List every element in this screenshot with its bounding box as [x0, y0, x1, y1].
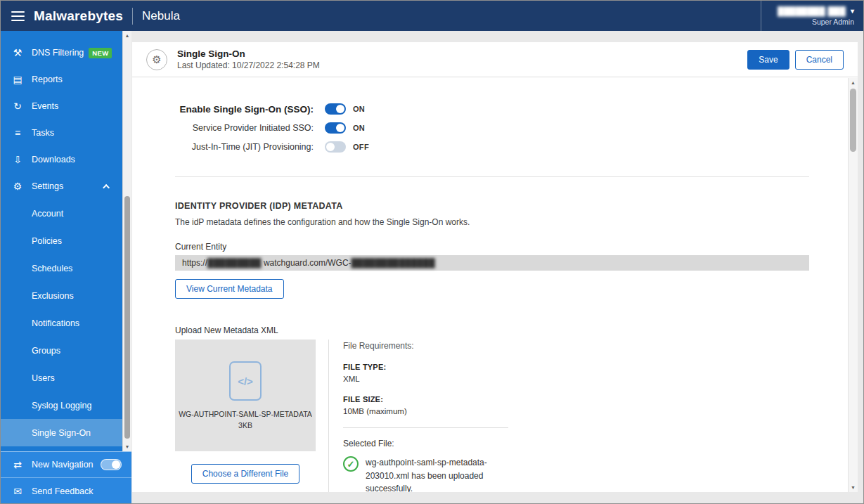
chevron-down-icon: ▾	[851, 7, 854, 15]
account-name: ████████ ███	[778, 6, 846, 16]
new-badge: NEW	[89, 48, 112, 58]
jit-provisioning-row: Just-In-Time (JIT) Provisioning: OFF	[175, 141, 809, 153]
scroll-down-icon[interactable]: ▼	[123, 442, 131, 451]
sp-initiated-sso-toggle[interactable]	[325, 122, 346, 134]
jit-provisioning-state: OFF	[353, 143, 369, 151]
sidebar-subitem-notifications[interactable]: Notifications	[1, 309, 122, 337]
gear-icon: ⚙	[146, 49, 167, 70]
file-type-value: XML	[343, 375, 508, 383]
tasks-icon: ≡	[11, 127, 24, 138]
account-role: Super Admin	[812, 18, 854, 26]
new-navigation-label: New Navigation	[32, 460, 94, 470]
sidebar-subitem-users[interactable]: Users	[1, 364, 122, 392]
dns-filtering-icon: ⚒	[11, 47, 24, 58]
success-check-icon: ✓	[343, 456, 359, 472]
main-area: ⚙ Single Sign-On Last Updated: 10/27/202…	[132, 31, 863, 503]
sidebar-item-label: DNS Filtering	[32, 48, 84, 58]
send-feedback-icon: ✉	[11, 486, 24, 497]
sidebar-subitem-account[interactable]: Account	[1, 200, 122, 227]
sidebar-subitem-groups[interactable]: Groups	[1, 337, 122, 364]
current-entity-label: Current Entity	[175, 242, 809, 252]
entity-url-redacted: █████████	[207, 258, 262, 268]
sidebar-item-label: Reports	[32, 75, 63, 84]
send-feedback-item[interactable]: ✉ Send Feedback	[1, 478, 131, 504]
content-scrollbar[interactable]: ▲ ▼	[848, 78, 858, 492]
sidebar-subitem-label: Single Sign-On	[32, 428, 91, 438]
entity-url-redacted: ██████████████	[352, 258, 435, 268]
sidebar-item-dns-filtering[interactable]: ⚒ DNS Filtering NEW	[1, 39, 122, 66]
sidebar-subitem-label: Policies	[32, 236, 62, 246]
sidebar-subitem-label: Schedules	[32, 264, 72, 273]
cancel-button[interactable]: Cancel	[795, 50, 844, 70]
sidebar-item-events[interactable]: ↻ Events	[1, 93, 122, 119]
scroll-down-icon[interactable]: ▼	[849, 483, 858, 492]
sidebar-subitem-exclusions[interactable]: Exclusions	[1, 282, 122, 309]
xml-file-icon: </>	[229, 361, 262, 401]
new-navigation-icon: ⇄	[11, 459, 24, 470]
sidebar-subitem-single-sign-on[interactable]: Single Sign-On	[1, 419, 122, 446]
sidebar-item-label: Events	[32, 101, 58, 111]
sidebar-scrollbar-thumb[interactable]	[124, 196, 130, 439]
upload-success-row: ✓ wg-authpoint-saml-sp-metadata-203010.x…	[343, 456, 508, 492]
upload-metadata-label: Upload New Metadata XML	[175, 325, 809, 335]
uploaded-file-tile[interactable]: </> WG-AUTHPOINT-SAML-SP-METADATA 3KB	[175, 340, 316, 451]
sp-initiated-sso-label: Service Provider Initiated SSO:	[175, 123, 314, 133]
page-title: Single Sign-On	[177, 49, 320, 59]
sidebar-subitem-label: Account	[32, 209, 63, 219]
last-updated-text: Last Updated: 10/27/2022 2:54:28 PM	[177, 60, 320, 70]
content-card: ⚙ Single Sign-On Last Updated: 10/27/202…	[132, 42, 858, 492]
choose-different-file-button[interactable]: Choose a Different File	[191, 464, 300, 484]
top-bar: Malwarebytes Nebula ████████ ███ ▾ Super…	[1, 1, 863, 31]
save-button[interactable]: Save	[747, 50, 789, 70]
requirements-divider	[343, 427, 508, 428]
product-name: Nebula	[142, 9, 180, 23]
enable-sso-toggle[interactable]	[325, 103, 346, 115]
upload-success-message: wg-authpoint-saml-sp-metadata-203010.xml…	[366, 456, 491, 492]
jit-provisioning-toggle[interactable]	[325, 141, 346, 153]
sidebar-item-label: Settings	[32, 181, 63, 191]
jit-provisioning-label: Just-In-Time (JIT) Provisioning:	[175, 142, 314, 152]
scroll-up-icon[interactable]: ▲	[849, 78, 858, 87]
sidebar-item-label: Downloads	[32, 155, 75, 164]
sp-initiated-sso-row: Service Provider Initiated SSO: ON	[175, 122, 809, 134]
sidebar-subitem-policies[interactable]: Policies	[1, 227, 122, 254]
file-requirements-title: File Requirements:	[343, 341, 508, 351]
hamburger-menu-icon[interactable]	[11, 8, 25, 24]
idp-metadata-description: The idP metadata defines the configurati…	[175, 217, 809, 227]
sidebar-item-settings[interactable]: ⚙ Settings	[1, 173, 122, 200]
brand-divider	[132, 8, 133, 25]
chevron-up-icon	[103, 183, 110, 190]
entity-url-prefix: https://	[182, 258, 207, 268]
sidebar-item-reports[interactable]: ▤ Reports	[1, 66, 122, 93]
sidebar-item-label: Tasks	[32, 128, 54, 138]
file-requirements-panel: File Requirements: FILE TYPE: XML FILE S…	[329, 340, 508, 492]
scroll-up-icon[interactable]: ▲	[123, 31, 131, 40]
new-navigation-toggle[interactable]	[101, 459, 122, 470]
uploaded-file-size: 3KB	[238, 421, 252, 429]
sidebar: ⚒ DNS Filtering NEW ▤ Reports ↻ Events ≡…	[1, 31, 122, 451]
sidebar-subitem-label: Users	[32, 373, 55, 383]
page-header: ⚙ Single Sign-On Last Updated: 10/27/202…	[132, 42, 858, 77]
content-scrollbar-thumb[interactable]	[850, 89, 856, 152]
downloads-icon: ⇩	[11, 154, 24, 165]
idp-metadata-heading: IDENTITY PROVIDER (IDP) METADATA	[175, 201, 809, 211]
sidebar-scrollbar[interactable]: ▲ ▼	[122, 31, 131, 451]
page-body: Enable Single Sign-On (SSO): ON Service …	[132, 78, 848, 492]
enable-sso-state: ON	[353, 105, 365, 113]
sidebar-item-tasks[interactable]: ≡ Tasks	[1, 119, 122, 146]
account-menu[interactable]: ████████ ███ ▾ Super Admin	[761, 1, 863, 31]
section-divider	[175, 176, 809, 177]
sp-initiated-sso-state: ON	[353, 124, 365, 132]
send-feedback-label: Send Feedback	[32, 486, 94, 496]
uploaded-file-name: WG-AUTHPOINT-SAML-SP-METADATA	[179, 410, 312, 418]
app-window: Malwarebytes Nebula ████████ ███ ▾ Super…	[0, 0, 864, 504]
sidebar-subitem-syslog-logging[interactable]: Syslog Logging	[1, 392, 122, 419]
new-navigation-item[interactable]: ⇄ New Navigation	[1, 452, 131, 478]
enable-sso-label: Enable Single Sign-On (SSO):	[175, 104, 314, 115]
current-entity-field[interactable]: https://█████████ watchguard.com/WGC-███…	[175, 255, 809, 271]
sidebar-item-downloads[interactable]: ⇩ Downloads	[1, 146, 122, 173]
view-current-metadata-button[interactable]: View Current Metadata	[175, 279, 284, 299]
sidebar-subitem-label: Syslog Logging	[32, 401, 91, 411]
sidebar-subitem-schedules[interactable]: Schedules	[1, 254, 122, 282]
file-type-label: FILE TYPE:	[343, 363, 508, 371]
